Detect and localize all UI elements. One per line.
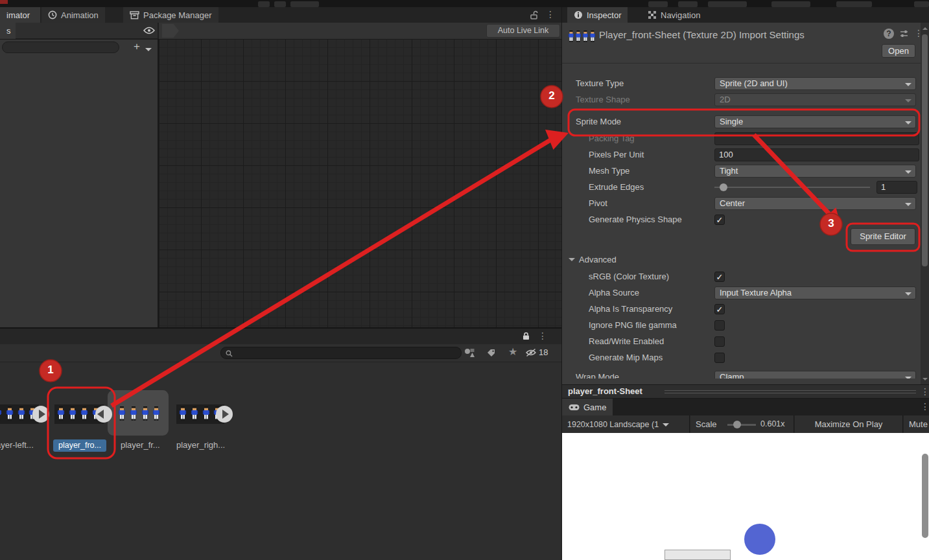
srgb-checkbox[interactable]: ✓ bbox=[714, 272, 725, 282]
advanced-foldout[interactable]: Advanced bbox=[569, 255, 617, 264]
header-divider bbox=[562, 63, 929, 64]
scrollbar-down-icon[interactable] bbox=[923, 378, 928, 383]
preview-menu-icon[interactable]: ⋮ bbox=[921, 387, 929, 396]
alpha-transparency-checkbox[interactable]: ✓ bbox=[714, 304, 725, 314]
mute-audio-label: Mute Aud bbox=[909, 419, 929, 429]
texture-preview-thumbnail bbox=[567, 30, 596, 43]
preview-drag-handle[interactable] bbox=[664, 390, 916, 391]
maximize-on-play-button[interactable]: Maximize On Play bbox=[795, 415, 903, 433]
read-write-label: Read/Write Enabled bbox=[589, 335, 664, 348]
auto-live-link-button[interactable]: Auto Live Link bbox=[486, 24, 560, 38]
panel-menu-icon[interactable]: ⋮ bbox=[546, 10, 555, 19]
help-icon[interactable]: ? bbox=[884, 29, 894, 39]
scale-label: Scale bbox=[696, 419, 717, 429]
search-by-type-icon[interactable] bbox=[464, 348, 475, 358]
unlock-icon[interactable] bbox=[529, 10, 539, 20]
preview-header-bar[interactable]: player_front-Sheet ⋮ bbox=[562, 384, 929, 399]
tab-animator[interactable]: imator bbox=[0, 7, 40, 23]
project-header-bar: ⋮ bbox=[0, 329, 561, 344]
pivot-label: Pivot bbox=[589, 197, 607, 210]
search-icon bbox=[226, 350, 233, 357]
tab-package-manager[interactable]: Package Manager bbox=[123, 7, 218, 23]
favorites-star-icon[interactable]: ★ bbox=[508, 345, 517, 358]
generate-mipmaps-checkbox[interactable] bbox=[714, 353, 725, 363]
pixels-per-unit-field[interactable]: 100 bbox=[714, 148, 919, 161]
tab-navigation[interactable]: Navigation bbox=[641, 7, 707, 23]
sprite-editor-button[interactable]: Sprite Editor bbox=[851, 228, 915, 245]
scale-slider-knob[interactable] bbox=[733, 421, 741, 428]
alpha-transparency-label: Alpha Is Transparency bbox=[589, 303, 672, 316]
toolbar-button-fragment bbox=[290, 1, 319, 7]
add-layer-dropdown-icon[interactable] bbox=[145, 48, 152, 54]
play-animation-icon[interactable] bbox=[32, 406, 49, 423]
tab-inspector[interactable]: Inspector bbox=[567, 7, 628, 23]
open-button[interactable]: Open bbox=[882, 44, 915, 58]
tab-game-label: Game bbox=[583, 402, 606, 412]
resolution-dropdown[interactable]: 1920x1080 Landscape (1 bbox=[562, 415, 690, 433]
unity-editor-window: imator Animation Package Manager ⋮ s + A… bbox=[0, 0, 929, 560]
texture-type-dropdown[interactable]: Sprite (2D and UI) bbox=[714, 77, 916, 90]
extrude-edges-slider-knob[interactable] bbox=[720, 183, 727, 191]
hidden-packages-icon[interactable] bbox=[525, 348, 537, 357]
mesh-type-dropdown[interactable]: Tight bbox=[714, 165, 916, 178]
tab-game[interactable]: Game bbox=[562, 399, 613, 415]
hidden-packages-count: 18 bbox=[539, 347, 548, 357]
project-search-input[interactable] bbox=[220, 347, 462, 359]
scale-slider[interactable] bbox=[727, 424, 756, 426]
ignore-png-gamma-label: Ignore PNG file gamma bbox=[589, 319, 677, 332]
asset-label[interactable]: ayer-left... bbox=[0, 440, 34, 450]
texture-type-label: Texture Type bbox=[576, 77, 624, 90]
packing-tag-field[interactable] bbox=[714, 132, 919, 145]
advanced-label: Advanced bbox=[579, 255, 617, 264]
resolution-caret-icon bbox=[663, 423, 669, 430]
toolbar-button-fragment bbox=[648, 1, 668, 7]
add-layer-button[interactable]: + bbox=[134, 40, 140, 53]
tab-animator-label: imator bbox=[6, 10, 30, 20]
read-write-checkbox[interactable] bbox=[714, 336, 725, 347]
scale-control[interactable]: Scale 0.601x bbox=[690, 415, 794, 433]
scrollbar-up-icon[interactable] bbox=[923, 25, 928, 30]
lock-icon[interactable] bbox=[521, 331, 531, 341]
eye-icon[interactable] bbox=[143, 27, 155, 34]
asset-label[interactable]: player_fr... bbox=[121, 440, 160, 450]
asset-label-text: player_fr... bbox=[121, 440, 160, 450]
animator-graph-grid[interactable] bbox=[159, 39, 561, 327]
asset-thumbnail-player-front-sub[interactable] bbox=[117, 404, 162, 424]
generate-physics-shape-checkbox[interactable]: ✓ bbox=[714, 215, 725, 225]
texture-shape-dropdown: 2D bbox=[714, 93, 916, 106]
toolbar-button-fragment bbox=[836, 1, 872, 7]
navigation-icon bbox=[648, 10, 657, 19]
asset-label[interactable]: player_righ... bbox=[176, 440, 225, 450]
pivot-dropdown[interactable]: Center bbox=[714, 197, 916, 210]
auto-live-link-label: Auto Live Link bbox=[498, 26, 549, 35]
clock-icon bbox=[48, 10, 57, 19]
inspector-scrollbar-thumb[interactable] bbox=[922, 34, 928, 266]
sprite-mode-label: Sprite Mode bbox=[576, 115, 621, 128]
sprite-mode-dropdown[interactable]: Single bbox=[714, 115, 916, 128]
preview-title: player_front-Sheet bbox=[568, 386, 642, 396]
project-menu-icon[interactable]: ⋮ bbox=[538, 331, 547, 340]
preview-drag-handle[interactable] bbox=[664, 393, 916, 393]
extrude-edges-slider[interactable] bbox=[714, 187, 870, 188]
animator-layers-panel[interactable] bbox=[0, 55, 158, 327]
game-menu-icon[interactable]: ⋮ bbox=[921, 402, 929, 411]
inspector-scrollbar[interactable] bbox=[921, 23, 929, 384]
mute-audio-button[interactable]: Mute Aud bbox=[904, 415, 929, 433]
game-viewport[interactable] bbox=[562, 433, 929, 560]
asset-label-selected[interactable]: player_fro... bbox=[53, 439, 106, 452]
play-animation-icon[interactable] bbox=[216, 406, 233, 423]
presets-icon[interactable] bbox=[899, 29, 909, 39]
asset-label-text: ayer-left... bbox=[0, 440, 34, 450]
tab-animation[interactable]: Animation bbox=[41, 7, 105, 23]
search-by-label-icon[interactable] bbox=[486, 348, 497, 358]
animator-search-input[interactable] bbox=[2, 41, 119, 53]
srgb-label: sRGB (Color Texture) bbox=[589, 270, 669, 283]
ignore-png-gamma-checkbox[interactable] bbox=[714, 320, 725, 331]
game-scrollbar-thumb[interactable] bbox=[922, 454, 928, 538]
alpha-source-dropdown[interactable]: Input Texture Alpha bbox=[714, 286, 916, 299]
collapse-subassets-icon[interactable] bbox=[95, 406, 112, 423]
game-player-circle bbox=[744, 524, 775, 555]
extrude-edges-field[interactable]: 1 bbox=[876, 181, 917, 194]
tab-inspector-label: Inspector bbox=[587, 10, 621, 20]
tab-layers-partial[interactable]: s bbox=[0, 23, 16, 39]
